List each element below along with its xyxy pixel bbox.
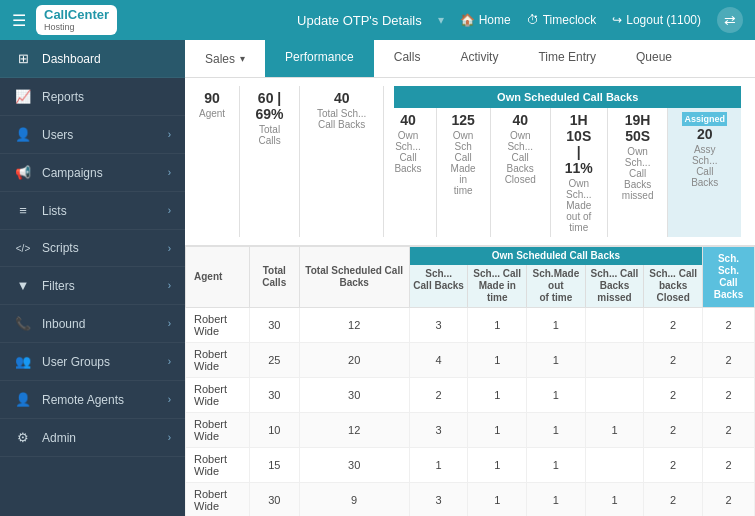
sidebar-item-users[interactable]: 👤 Users › [0, 116, 185, 154]
arrow-icon: › [168, 167, 171, 178]
table-cell: 1 [527, 343, 586, 378]
own-scheduled-stats: 40 Own Sch... Call Backs 125 Own Sch Cal… [394, 108, 741, 237]
col-assigned: Sch. Sch.Call Backs [702, 247, 754, 308]
table-cell: 30 [299, 448, 409, 483]
tab-activity[interactable]: Activity [440, 40, 518, 77]
table-cell: 30 [250, 483, 299, 517]
table-cell: 10 [250, 413, 299, 448]
stat-own-callbacks: 40 Own Sch... Call Backs [394, 108, 436, 237]
update-details-button[interactable]: Update OTP's Details [297, 13, 422, 28]
lists-icon: ≡ [14, 203, 32, 218]
table-cell: 2 [409, 378, 468, 413]
performance-table: Agent Total Calls Total Scheduled Call B… [185, 246, 755, 516]
content-area: Sales ▾ Performance Calls Activity Time … [185, 40, 755, 516]
tabs-bar: Sales ▾ Performance Calls Activity Time … [185, 40, 755, 78]
table-cell: 3 [409, 483, 468, 517]
tab-queue[interactable]: Queue [616, 40, 692, 77]
timeclock-icon: ⏱ [527, 13, 539, 27]
table-cell: 1 [527, 378, 586, 413]
table-cell: 1 [527, 308, 586, 343]
stat-call-backs-value: 40 [314, 90, 369, 106]
stat-agent: 90 Agent [199, 86, 240, 237]
table-cell: 1 [468, 378, 527, 413]
sidebar-item-lists[interactable]: ≡ Lists › [0, 192, 185, 230]
table-cell: 2 [702, 308, 754, 343]
sidebar-item-label: Campaigns [42, 166, 168, 180]
stat-agent-label: Agent [199, 108, 225, 119]
stats-row-1: 90 Agent 60 | 69% Total Calls 40 Total S… [185, 78, 755, 246]
stat-assy: Assigned 20 Assy Sch... Call Backs [668, 108, 741, 237]
main-area: ⊞ Dashboard 📈 Reports 👤 Users › 📢 Campai… [0, 40, 755, 516]
timeclock-nav-item[interactable]: ⏱ Timeclock [527, 13, 597, 27]
own-scheduled-header: Own Scheduled Call Backs [394, 86, 741, 108]
sidebar-item-filters[interactable]: ▼ Filters › [0, 267, 185, 305]
col-own-scheduled-group: Own Scheduled Call Backs Sch...Call Back… [409, 247, 702, 308]
arrow-icon: › [168, 318, 171, 329]
sidebar: ⊞ Dashboard 📈 Reports 👤 Users › 📢 Campai… [0, 40, 185, 516]
stat-call-backs-label: Total Sch... Call Backs [314, 108, 369, 130]
table-cell: 12 [299, 308, 409, 343]
table-cell: 30 [299, 378, 409, 413]
arrow-icon: › [168, 243, 171, 254]
share-icon[interactable]: ⇄ [717, 7, 743, 33]
table-cell: 1 [468, 448, 527, 483]
reports-icon: 📈 [14, 89, 32, 104]
sidebar-item-inbound[interactable]: 📞 Inbound › [0, 305, 185, 343]
dashboard-icon: ⊞ [14, 51, 32, 66]
table-cell: Robert Wide [186, 378, 250, 413]
logout-nav-item[interactable]: ↪ Logout (1100) [612, 13, 701, 27]
stat-made-in-time: 125 Own Sch Call Made in time [437, 108, 491, 237]
col-total-calls: Total Calls [250, 247, 299, 308]
table-cell: 15 [250, 448, 299, 483]
stat-agent-value: 90 [199, 90, 225, 106]
tab-calls[interactable]: Calls [374, 40, 441, 77]
table-cell: 2 [702, 483, 754, 517]
table-cell [585, 343, 644, 378]
admin-icon: ⚙ [14, 430, 32, 445]
sidebar-item-label: Users [42, 128, 168, 142]
stat-closed: 40 Own Sch... Call Backs Closed [491, 108, 551, 237]
sidebar-item-reports[interactable]: 📈 Reports [0, 78, 185, 116]
table-cell: 1 [585, 413, 644, 448]
table-cell: Robert Wide [186, 483, 250, 517]
sidebar-item-label: Dashboard [42, 52, 171, 66]
table-cell: 25 [250, 343, 299, 378]
top-bar: ☰ CallCenter Hosting Update OTP's Detail… [0, 0, 755, 40]
stat-missed: 19H 50S Own Sch... Call Backs missed [608, 108, 669, 237]
tab-performance[interactable]: Performance [265, 40, 374, 77]
sidebar-item-user-groups[interactable]: 👥 User Groups › [0, 343, 185, 381]
table-cell: 1 [468, 483, 527, 517]
stat-total-calls-value: 60 | 69% [254, 90, 285, 122]
table-cell [585, 378, 644, 413]
table-cell: 3 [409, 308, 468, 343]
sidebar-item-label: Reports [42, 90, 171, 104]
table-cell: 20 [299, 343, 409, 378]
sidebar-item-label: Scripts [42, 241, 168, 255]
logo-sub: Hosting [44, 22, 109, 32]
sidebar-item-admin[interactable]: ⚙ Admin › [0, 419, 185, 457]
scripts-icon: </> [14, 243, 32, 254]
home-nav-item[interactable]: 🏠 Home [460, 13, 511, 27]
tab-sales[interactable]: Sales ▾ [185, 42, 265, 76]
sidebar-item-remote-agents[interactable]: 👤 Remote Agents › [0, 381, 185, 419]
table-cell: 2 [702, 378, 754, 413]
menu-icon[interactable]: ☰ [12, 11, 26, 30]
table-cell: 1 [468, 308, 527, 343]
home-icon: 🏠 [460, 13, 475, 27]
filters-icon: ▼ [14, 278, 32, 293]
sidebar-item-dashboard[interactable]: ⊞ Dashboard [0, 40, 185, 78]
table-cell: 30 [250, 378, 299, 413]
arrow-icon: › [168, 356, 171, 367]
sidebar-item-scripts[interactable]: </> Scripts › [0, 230, 185, 267]
table-cell [585, 308, 644, 343]
logout-icon: ↪ [612, 13, 622, 27]
arrow-icon: › [168, 129, 171, 140]
table-cell: 2 [644, 308, 703, 343]
sidebar-item-campaigns[interactable]: 📢 Campaigns › [0, 154, 185, 192]
table-body: Robert Wide301231122Robert Wide252041122… [186, 308, 755, 517]
table-row: Robert Wide309311122 [186, 483, 755, 517]
tab-time-entry[interactable]: Time Entry [518, 40, 616, 77]
table-cell: Robert Wide [186, 308, 250, 343]
dropdown-icon: ▾ [240, 53, 245, 64]
sidebar-item-label: Remote Agents [42, 393, 168, 407]
